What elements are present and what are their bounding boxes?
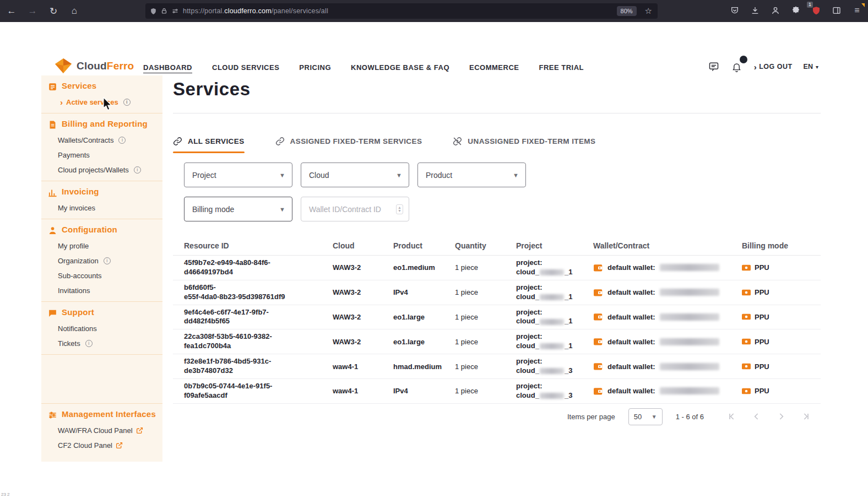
project-label: project:: [516, 382, 588, 391]
resource-id-cell: 9ef4c4e6-c6f7-4e17-9fb7- dd482f4b5f65: [184, 308, 269, 326]
billing-mode-filter[interactable]: Billing mode▼: [184, 197, 292, 221]
sidebar-item-cf2-cloud-panel[interactable]: CF2 Cloud Panel: [41, 438, 162, 453]
product-filter[interactable]: Product▼: [417, 163, 526, 187]
previous-page-button[interactable]: [750, 410, 763, 423]
home-button[interactable]: ⌂: [65, 3, 84, 19]
nav-dashboard[interactable]: DASHBOARD: [143, 63, 192, 72]
account-icon[interactable]: [768, 3, 783, 18]
external-link-icon: [116, 442, 123, 449]
sidebar-item-active-services[interactable]: › Active services i: [41, 95, 162, 110]
nav-pricing[interactable]: PRICING: [299, 63, 331, 72]
billing-mode-value: PPU: [755, 263, 769, 272]
extensions-icon[interactable]: [788, 3, 804, 18]
last-page-button[interactable]: [799, 410, 812, 423]
next-page-button[interactable]: [774, 410, 788, 423]
sidebar-item-organization[interactable]: Organizationi: [41, 253, 162, 268]
link-off-icon: [453, 137, 462, 146]
permissions-icon[interactable]: [171, 8, 179, 14]
quantity-cell: 1 piece: [455, 313, 478, 321]
sidebar-item-my-profile[interactable]: My profile: [41, 239, 162, 253]
sidebar-item-wallets-contracts[interactable]: Wallets/Contractsi: [41, 133, 162, 148]
project-filter[interactable]: Project▼: [184, 163, 292, 187]
section-title: Support: [62, 307, 94, 317]
table-row: 22ca308f-53b5-4610-9382- fea1dc700b4a WA…: [173, 329, 821, 354]
section-title: Configuration: [62, 225, 117, 234]
logout-button[interactable]: ›LOG OUT: [754, 63, 793, 71]
sidebar-item-my-invoices[interactable]: My invoices: [41, 201, 162, 215]
pagination: Items per page 50 ▼ 1 - 6 of 6: [173, 408, 821, 425]
sidebar-toggle-icon[interactable]: [829, 3, 844, 18]
downloads-icon[interactable]: [747, 3, 763, 18]
wallet-icon: [593, 312, 603, 321]
info-icon[interactable]: i: [118, 137, 126, 144]
sidebar-item-cloud-projects-wallets[interactable]: Cloud projects/Walletsi: [41, 163, 162, 177]
info-icon[interactable]: i: [134, 166, 141, 174]
billing-mode-value: PPU: [755, 338, 769, 346]
resource-id-cell: 45f9b7e2-e949-4a80-84f6- d46649197bd4: [184, 258, 270, 276]
lock-icon[interactable]: [161, 8, 167, 14]
cloudferro-logo[interactable]: CloudFerro: [55, 58, 134, 73]
project-label: project:: [516, 308, 588, 317]
bookmark-star-icon[interactable]: ☆: [645, 6, 652, 16]
tab-all-services[interactable]: ALL SERVICES: [173, 137, 245, 153]
nav-cloud-services[interactable]: CLOUD SERVICES: [212, 63, 279, 72]
adblock-shield-icon[interactable]: 1: [809, 3, 824, 18]
logo-gem-icon: [55, 58, 72, 73]
menu-icon[interactable]: ≡: [849, 3, 865, 18]
product-cell: eo1.large: [393, 338, 425, 346]
project-cell: project: cloud__3: [516, 354, 593, 378]
sidebar-item-notifications[interactable]: Notifications: [41, 321, 162, 336]
project-cell: project: cloud__1: [516, 280, 593, 305]
redacted-wallet-name: [660, 387, 719, 394]
first-page-button[interactable]: [726, 410, 739, 423]
nav-ecommerce[interactable]: ECOMMERCE: [469, 63, 519, 72]
chevron-down-icon: ▼: [279, 172, 285, 178]
info-icon[interactable]: i: [104, 257, 111, 264]
number-spinner[interactable]: ▲▼: [396, 204, 403, 214]
col-resource-id: Resource ID: [184, 241, 333, 250]
chat-icon[interactable]: [708, 61, 720, 73]
notifications-bell-icon[interactable]: [731, 61, 743, 73]
sidebar-item-invitations[interactable]: Invitations: [41, 283, 162, 298]
language-selector[interactable]: EN▾: [804, 63, 818, 71]
resource-id-cell: b6fd60f5- e55f-4da0-8b23-95d398761df9: [184, 283, 285, 301]
nav-free-trial[interactable]: FREE TRIAL: [539, 63, 584, 72]
tab-assigned-fixed-term-services[interactable]: ASSIGNED FIXED-TERM SERVICES: [275, 137, 422, 153]
items-per-page-select[interactable]: 50 ▼: [628, 408, 663, 425]
sidebar-item-sub-accounts[interactable]: Sub-accounts: [41, 268, 162, 283]
pager-nav: [726, 410, 812, 423]
sidebar-item-label: My invoices: [58, 204, 95, 212]
sidebar-item-tickets[interactable]: Ticketsi: [41, 336, 162, 351]
debug-text: 23 2: [1, 492, 10, 497]
info-icon[interactable]: i: [85, 340, 93, 347]
cloud-cell: WAW3-2: [333, 313, 361, 321]
wallet-icon: [593, 337, 603, 346]
menu-notification-mark: [861, 3, 865, 7]
tracking-shield-icon[interactable]: [150, 8, 157, 15]
nav-knowledge-base[interactable]: KNOWLEDGE BASE & FAQ: [351, 63, 449, 72]
col-cloud: Cloud: [333, 241, 393, 250]
wallet-id-input[interactable]: Wallet ID/Contract ID ▲▼: [301, 197, 409, 221]
cloud-cell: WAW3-2: [333, 338, 361, 346]
avatar-dot[interactable]: [740, 56, 747, 63]
forward-button[interactable]: →: [23, 3, 42, 19]
url-bar[interactable]: https://portal.cloudferro.com/panel/serv…: [145, 3, 658, 19]
wallet-label: default wallet:: [607, 387, 655, 395]
billing-mode-value: PPU: [755, 313, 769, 321]
quantity-cell: 1 piece: [455, 387, 478, 395]
reload-button[interactable]: ↻: [44, 3, 63, 19]
project-label: project:: [516, 357, 588, 366]
sidebar-section-configuration: Configuration My profile Organizationi S…: [41, 219, 162, 302]
sidebar-item-payments[interactable]: Payments: [41, 148, 162, 163]
sidebar-item-waw-fra-cloud-panel[interactable]: WAW/FRA Cloud Panel: [41, 423, 162, 438]
pocket-icon[interactable]: [727, 3, 742, 18]
wallet-icon: [593, 263, 603, 272]
cloud-filter[interactable]: Cloud▼: [301, 163, 409, 187]
info-icon[interactable]: i: [123, 99, 131, 106]
tab-unassigned-fixed-term-items[interactable]: UNASSIGNED FIXED-TERM ITEMS: [453, 137, 595, 153]
back-button[interactable]: ←: [2, 3, 21, 19]
zoom-level-badge[interactable]: 80%: [617, 6, 637, 16]
toolbar-icons: 1 ≡: [727, 3, 865, 18]
billing-icon: [48, 120, 57, 129]
wallet-cell: default wallet:: [593, 334, 742, 349]
